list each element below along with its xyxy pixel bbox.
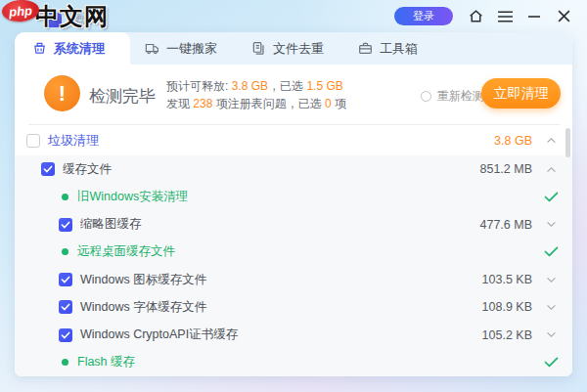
item-checkbox[interactable] <box>59 328 72 342</box>
cleanup-list: 垃圾清理 3.8 GB 缓存文件851.2 MB旧Windows安装清理缩略图缓… <box>15 125 572 376</box>
chevron-up-icon[interactable] <box>543 166 559 173</box>
item-size: 108.9 KB <box>482 300 532 314</box>
done-check-icon <box>543 192 559 202</box>
alert-exclamation-icon: ! <box>44 75 80 111</box>
close-icon[interactable] <box>555 8 572 25</box>
tab-toolbox[interactable]: 工具箱 <box>343 32 437 65</box>
item-checkbox[interactable] <box>59 300 72 314</box>
summary-value: 0 <box>325 97 332 110</box>
redetect-option[interactable]: 重新检测 <box>421 88 484 105</box>
group-body: 缓存文件851.2 MB旧Windows安装清理缩略图缓存477.6 MB远程桌… <box>15 155 572 376</box>
item-checkbox[interactable] <box>59 218 72 232</box>
scrollbar-thumb[interactable] <box>565 128 570 157</box>
group-row-garbage-clean[interactable]: 垃圾清理 3.8 GB <box>15 125 572 155</box>
done-check-icon <box>543 357 559 368</box>
list-item[interactable]: Windows 图标缓存文件103.5 KB <box>15 266 572 293</box>
tab-one-key-move[interactable]: 一键搬家 <box>130 32 237 65</box>
item-label: Windows 图标缓存文件 <box>80 272 206 288</box>
group-checkbox[interactable] <box>26 134 40 148</box>
login-button[interactable]: 登录 <box>394 7 453 25</box>
watermark-site-name: 中文网 <box>35 1 109 32</box>
home-icon[interactable] <box>467 8 484 25</box>
chevron-down-icon[interactable] <box>543 304 559 311</box>
done-check-icon <box>543 246 559 257</box>
item-size: 103.5 KB <box>482 273 532 286</box>
titlebar: C盘助手 php 中文网 登录 <box>0 0 587 32</box>
group-label: 垃圾清理 <box>48 132 99 150</box>
list-item[interactable]: 缓存文件851.2 MB <box>15 155 572 183</box>
summary-text: 项 <box>332 97 346 110</box>
files-icon <box>251 41 266 56</box>
main-panel: 系统清理一键搬家文件去重工具箱 ! 检测完毕 预计可释放: 3.8 GB，已选 … <box>15 32 572 376</box>
group-size: 3.8 GB <box>494 134 532 148</box>
item-checkbox[interactable] <box>59 273 72 286</box>
item-label: Flash 缓存 <box>77 354 135 370</box>
summary-text: 预计可释放: <box>166 79 232 93</box>
item-label: 缓存文件 <box>63 161 112 178</box>
menu-icon[interactable] <box>496 8 514 25</box>
php-site-watermark: php 中文网 <box>2 0 109 32</box>
scan-summary: 预计可释放: 3.8 GB，已选 1.5 GB 发现 238 项注册表问题，已选… <box>166 77 346 112</box>
minimize-icon[interactable] <box>525 8 543 25</box>
scan-status-title: 检测完毕 <box>89 85 156 108</box>
tab-label: 系统清理 <box>54 40 105 58</box>
done-dot-icon <box>62 359 68 366</box>
tab-system-clean[interactable]: 系统清理 <box>15 32 130 65</box>
radio-icon[interactable] <box>421 91 431 102</box>
item-label: Windows 字体缓存文件 <box>80 299 206 316</box>
item-size: 477.6 MB <box>479 218 532 232</box>
summary-value: 3.8 GB <box>232 79 268 93</box>
scan-summary-line1: 预计可释放: 3.8 GB，已选 1.5 GB <box>166 77 346 95</box>
truck-icon <box>145 41 159 56</box>
list-item[interactable]: Windows 字体缓存文件108.9 KB <box>15 293 572 321</box>
tab-bar: 系统清理一键搬家文件去重工具箱 <box>15 32 572 65</box>
chevron-down-icon[interactable] <box>543 221 559 228</box>
summary-text: 发现 <box>166 97 193 110</box>
php-logo-icon: php <box>1 0 39 22</box>
tab-label: 工具箱 <box>380 40 418 58</box>
clean-now-button[interactable]: 立即清理 <box>481 78 561 109</box>
scan-status-section: ! 检测完毕 预计可释放: 3.8 GB，已选 1.5 GB 发现 238 项注… <box>15 65 572 124</box>
list-item[interactable]: Flash 缓存 <box>15 349 572 376</box>
summary-value: 1.5 GB <box>306 79 342 93</box>
toolbox-icon <box>358 41 373 56</box>
item-label: 远程桌面缓存文件 <box>77 243 175 260</box>
tab-label: 一键搬家 <box>166 40 217 58</box>
list-item[interactable]: 缩略图缓存477.6 MB <box>15 211 572 239</box>
broom-icon <box>32 41 47 56</box>
summary-text: 项注册表问题，已选 <box>212 97 325 110</box>
summary-text: ，已选 <box>268 79 306 93</box>
item-size: 851.2 MB <box>479 162 532 176</box>
redetect-label: 重新检测 <box>437 88 484 105</box>
item-label: 缩略图缓存 <box>80 216 142 233</box>
done-dot-icon <box>62 248 68 255</box>
list-item[interactable]: 旧Windows安装清理 <box>15 183 572 210</box>
item-size: 105.2 KB <box>482 328 532 342</box>
tab-label: 文件去重 <box>273 40 324 58</box>
done-dot-icon <box>62 194 68 200</box>
chevron-down-icon[interactable] <box>543 331 559 338</box>
chevron-up-icon[interactable] <box>543 137 559 144</box>
chevron-down-icon[interactable] <box>543 277 559 283</box>
item-label: 旧Windows安装清理 <box>77 189 188 205</box>
summary-value: 238 <box>193 97 212 110</box>
tab-file-dedupe[interactable]: 文件去重 <box>237 32 343 65</box>
titlebar-controls: 登录 <box>394 0 572 32</box>
scan-summary-line2: 发现 238 项注册表问题，已选 0 项 <box>166 95 346 112</box>
item-label: Windows CryptoAPI证书缓存 <box>80 327 238 343</box>
list-item[interactable]: Windows CryptoAPI证书缓存105.2 KB <box>15 322 572 349</box>
item-checkbox[interactable] <box>41 162 55 176</box>
list-item[interactable]: 远程桌面缓存文件 <box>15 239 572 266</box>
